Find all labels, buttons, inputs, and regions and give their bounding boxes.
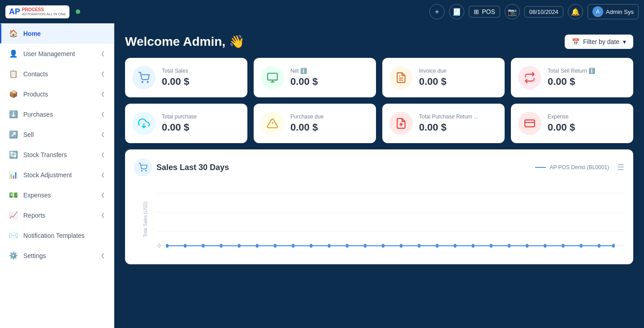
pos-button[interactable]: ⊞ POS [469,6,500,17]
sell-icon: ↗️ [9,130,18,139]
svg-point-0 [142,82,143,83]
svg-point-31 [364,244,367,248]
svg-point-1 [147,82,148,83]
chart-title: Sales Last 30 Days [156,163,229,172]
svg-point-35 [436,244,438,248]
total-sales-label: Total Sales [162,68,189,74]
total-purchase-label: Total purchase [162,114,197,120]
contacts-icon: 📋 [9,70,18,78]
sidebar-item-reports[interactable]: 📈 Reports ❮ [0,205,114,225]
user-name: Admin Sys [606,9,634,15]
svg-point-14 [146,171,147,171]
camera-button[interactable]: 📷 [505,4,520,19]
chevron-right-icon-6: ❮ [101,152,105,157]
sidebar-user-management-label: User Management [23,50,95,57]
chart-area: Total Sales (USD) 0 [134,184,624,255]
legend-line [535,167,546,168]
svg-point-13 [142,171,143,171]
total-sales-card: Total Sales 0.00 $ [125,58,247,97]
sidebar-reports-label: Reports [23,212,95,219]
svg-point-42 [562,244,564,248]
total-purchase-icon [132,112,156,135]
sidebar-products-label: Products [23,91,95,98]
svg-point-25 [256,244,259,248]
stock-adjustment-icon: 📊 [9,171,18,179]
expenses-icon: 💵 [9,191,18,199]
sidebar-item-notification-templates[interactable]: ✉️ Notification Templates [0,225,114,245]
net-info: Net ℹ️ 0.00 $ [290,68,318,87]
sidebar-item-purchases[interactable]: ⬇️ Purchases ❮ [0,104,114,124]
svg-point-38 [490,244,493,248]
chart-legend: AP POS Demo (BL0001) [535,164,609,171]
svg-point-39 [508,244,510,248]
sidebar-stock-transfers-label: Stock Transfers [23,151,95,158]
svg-point-22 [202,244,204,248]
stats-row-1: Total Sales 0.00 $ Net ℹ️ 0.00 $ [125,58,633,97]
net-card: Net ℹ️ 0.00 $ [254,58,376,97]
avatar: A [592,6,603,17]
svg-point-29 [328,244,330,248]
main-content: Welcome Admin, 👋 📅 Filter by date ▾ Tota… [114,23,644,328]
welcome-title: Welcome Admin, 👋 [125,34,245,49]
notification-button[interactable]: 🔔 [568,4,583,19]
chevron-right-icon-8: ❮ [101,192,105,198]
sidebar-notification-templates-label: Notification Templates [23,232,105,239]
sidebar-item-stock-transfers[interactable]: 🔄 Stock Transfers ❮ [0,144,114,165]
user-menu[interactable]: A Admin Sys [588,4,639,19]
invoice-due-card: Invoice due 0.00 $ [382,58,505,97]
chart-options-button[interactable]: ☰ [617,162,624,172]
net-value: 0.00 $ [290,76,318,87]
filter-by-date-button[interactable]: 📅 Filter by date ▾ [565,35,633,49]
sidebar-item-home[interactable]: 🏠 Home [0,23,114,44]
logo-sub: AUTOMATION ALL IN ONE [22,12,66,16]
svg-point-41 [544,244,546,248]
sidebar-item-products[interactable]: 📦 Products ❮ [0,84,114,104]
expense-icon [518,112,541,135]
total-sell-return-icon [518,66,541,89]
receipt-button[interactable]: 🧾 [449,4,464,19]
purchase-due-icon [261,112,284,135]
pos-grid-icon: ⊞ [474,8,479,15]
chevron-right-icon-10: ❮ [101,253,105,258]
total-purchase-return-value: 0.00 $ [419,122,478,133]
expense-label: Expense [548,114,575,120]
chart-svg-wrapper: 0 [156,184,624,255]
sidebar-item-sell[interactable]: ↗️ Sell ❮ [0,124,114,144]
sidebar-item-user-management[interactable]: 👤 User Management ❮ [0,44,114,64]
chart-icon [134,158,152,176]
svg-point-24 [238,244,240,248]
chevron-right-icon-7: ❮ [101,172,105,178]
svg-text:0: 0 [158,243,160,249]
svg-point-37 [471,244,474,248]
sidebar-item-expenses[interactable]: 💵 Expenses ❮ [0,185,114,205]
expense-card: Expense 0.00 $ [511,104,633,143]
chart-svg: 0 [156,184,624,255]
total-purchase-return-icon [389,112,413,135]
total-sell-return-label: Total Sell Return ℹ️ [548,68,595,74]
svg-point-26 [274,244,277,248]
sidebar-stock-adjustment-label: Stock Adjustment [23,171,95,179]
chevron-right-icon-3: ❮ [101,91,105,97]
sidebar-item-settings[interactable]: ⚙️ Settings ❮ [0,245,114,266]
chevron-right-icon-9: ❮ [101,212,105,218]
sidebar-item-stock-adjustment[interactable]: 📊 Stock Adjustment ❮ [0,165,114,185]
legend-label: AP POS Demo (BL0001) [549,164,609,171]
total-purchase-value: 0.00 $ [162,122,197,133]
logo: AP PROCESS AUTOMATION ALL IN ONE [5,5,69,18]
purchase-due-info: Purchase due 0.00 $ [290,114,324,133]
chart-section: Sales Last 30 Days AP POS Demo (BL0001) … [125,149,633,264]
reports-icon: 📈 [9,211,18,219]
logo-process: PROCESS [22,7,66,12]
total-sales-value: 0.00 $ [162,76,189,87]
filter-btn-label: Filter by date [583,38,619,45]
invoice-due-label: Invoice due [419,68,446,74]
sidebar-item-contacts[interactable]: 📋 Contacts ❮ [0,64,114,84]
yaxis-label: Total Sales (USD) [143,201,148,237]
svg-point-30 [346,244,348,248]
add-button[interactable]: ＋ [429,4,445,19]
topnav: AP PROCESS AUTOMATION ALL IN ONE ＋ 🧾 ⊞ P… [0,0,644,23]
layout: 🏠 Home 👤 User Management ❮ 📋 Contacts ❮ … [0,23,644,328]
expense-value: 0.00 $ [548,122,575,133]
sidebar-purchases-label: Purchases [23,111,95,118]
logo-ap: AP [9,7,20,17]
